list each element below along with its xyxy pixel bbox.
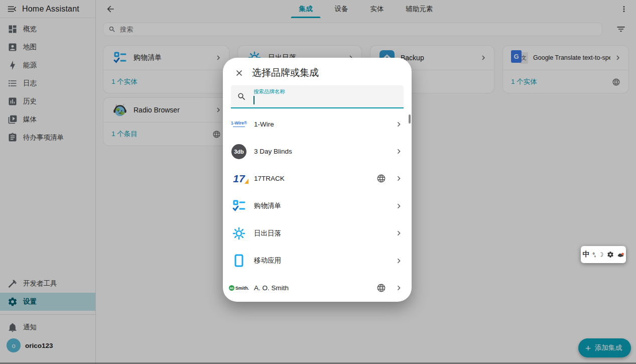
- close-icon[interactable]: [233, 67, 245, 79]
- list-item-mobile-app[interactable]: 移动应用: [223, 247, 412, 274]
- list-item-sun[interactable]: 日出日落: [223, 220, 412, 247]
- scrollbar-thumb[interactable]: [409, 114, 411, 124]
- ime-toolbar: 中 °, ☽: [581, 246, 626, 263]
- chevron-right-icon: [394, 174, 404, 183]
- brand-search-field[interactable]: 搜索品牌名称: [231, 85, 404, 108]
- item-label: A. O. Smith: [254, 284, 376, 292]
- brand-search-input[interactable]: 搜索品牌名称: [253, 85, 398, 107]
- list-item-shopping-list[interactable]: 购物清单: [223, 192, 412, 219]
- ime-settings-gear-icon[interactable]: [607, 251, 614, 258]
- item-label: 17TRACK: [254, 175, 376, 182]
- list-item-1-wire[interactable]: 1-Wire® 1-Wire: [223, 110, 412, 138]
- sun-icon: [229, 223, 249, 244]
- list-item-17track[interactable]: 17 17TRACK: [223, 165, 412, 192]
- phone-icon: [229, 251, 249, 271]
- field-label: 搜索品牌名称: [253, 88, 285, 95]
- item-label: 移动应用: [254, 256, 391, 265]
- item-label: 日出日落: [254, 229, 391, 238]
- item-label: 1-Wire: [254, 120, 391, 128]
- 1-wire-logo: 1-Wire®: [229, 114, 249, 134]
- integration-list: 1-Wire® 1-Wire 3db 3 Day Blinds 17 17TRA…: [223, 110, 412, 302]
- list-item-ao-smith[interactable]: AOSmith. A. O. Smith: [223, 274, 412, 301]
- pick-integration-dialog: 选择品牌或集成 搜索品牌名称 1-Wire® 1-Wire 3db: [223, 58, 412, 302]
- checklist-icon: [229, 196, 249, 216]
- chevron-right-icon: [394, 119, 404, 129]
- list-item-3-day-blinds[interactable]: 3db 3 Day Blinds: [223, 138, 412, 165]
- dialog-header: 选择品牌或集成: [223, 58, 412, 79]
- screen: Home Assistant 概览 地图 能源 日志 历史: [0, 0, 636, 364]
- search-icon: [237, 92, 246, 101]
- item-label: 购物清单: [254, 201, 391, 210]
- text-caret: [253, 96, 255, 104]
- item-label: 3 Day Blinds: [254, 148, 391, 155]
- globe-icon[interactable]: [376, 283, 386, 293]
- 17track-logo: 17: [229, 169, 249, 189]
- chevron-right-icon: [394, 256, 404, 266]
- chevron-right-icon: [394, 201, 404, 211]
- chevron-right-icon: [394, 147, 404, 156]
- ime-language-mode[interactable]: 中: [582, 250, 589, 259]
- dialog-title: 选择品牌或集成: [252, 66, 319, 79]
- ime-punctuation-mode[interactable]: °,: [592, 252, 595, 258]
- chevron-right-icon: [394, 283, 404, 293]
- globe-icon[interactable]: [376, 174, 386, 183]
- chevron-right-icon: [394, 228, 404, 238]
- ime-app-icon[interactable]: [617, 252, 624, 258]
- ime-fullwidth-moon-icon[interactable]: ☽: [598, 251, 604, 258]
- 3-day-blinds-logo: 3db: [229, 142, 249, 162]
- ao-smith-logo: AOSmith.: [229, 278, 249, 298]
